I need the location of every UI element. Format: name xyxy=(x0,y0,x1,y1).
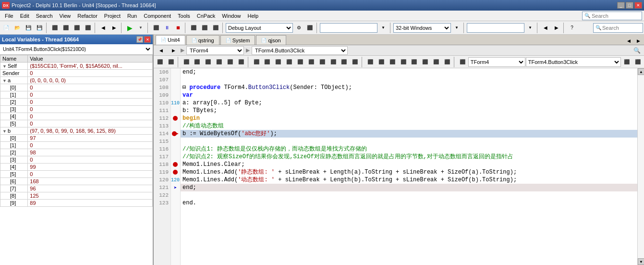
panel-close-button[interactable]: ✕ xyxy=(144,36,151,43)
nav-back[interactable]: ◀ xyxy=(540,23,551,33)
minimize-button[interactable]: _ xyxy=(617,2,625,9)
ed-btn-18[interactable]: ⬛ xyxy=(350,57,360,67)
method-dropdown[interactable]: TForm4.Button3Click xyxy=(526,57,621,67)
save-all-button[interactable]: 💾 xyxy=(34,23,45,33)
sync-down[interactable]: ⬛ xyxy=(632,57,643,67)
ed-btn-19[interactable]: ⬛ xyxy=(365,57,376,67)
tab-qstring[interactable]: 📄 qstring xyxy=(186,35,219,45)
ed-btn-23[interactable]: ⬛ xyxy=(409,57,420,67)
config-dropdown-btn[interactable]: ▼ xyxy=(525,23,535,33)
run-with-dropdown[interactable]: ▼ xyxy=(135,23,146,33)
menu-file[interactable]: File xyxy=(2,11,16,21)
ed-btn-4[interactable]: ⬛ xyxy=(192,57,203,67)
menu-view[interactable]: View xyxy=(57,11,74,21)
ed-btn-21[interactable]: ⬛ xyxy=(387,57,398,67)
breadcrumb-method-select[interactable]: TForm4.Button3Click xyxy=(252,46,348,55)
code-content[interactable]: end; ⊟ procedure TForm4.Button3Click(Sen… xyxy=(181,68,637,265)
config-input[interactable] xyxy=(467,23,524,33)
menu-help[interactable]: Help xyxy=(244,11,261,21)
ed-btn-2[interactable]: ⬛ xyxy=(166,57,176,67)
platform-dropdown-btn[interactable]: ▼ xyxy=(451,23,462,33)
ed-btn-27[interactable]: ⬛ xyxy=(457,57,468,67)
tab-system[interactable]: 📄 System xyxy=(220,35,255,45)
platform-dropdown[interactable]: 32-bit Windows xyxy=(393,23,451,33)
ed-btn-11[interactable]: ⬛ xyxy=(273,57,283,67)
ed-btn-14[interactable]: ⬛ xyxy=(306,57,316,67)
panel-pin-button[interactable]: 📌 xyxy=(136,36,143,43)
ed-btn-9[interactable]: ⬛ xyxy=(251,57,262,67)
table-row[interactable]: ▼Self ($155CE10, 'Form4', 0, $15A5620, n… xyxy=(0,63,153,70)
ed-btn-6[interactable]: ⬛ xyxy=(214,57,224,67)
ed-btn-22[interactable]: ⬛ xyxy=(398,57,409,67)
tab-scroll-right[interactable]: ▶ xyxy=(634,37,642,45)
tab-qjson[interactable]: 📄 qjson xyxy=(256,35,286,45)
tb-btn-4[interactable]: ⬛ xyxy=(83,23,93,33)
menu-project[interactable]: Project xyxy=(101,11,123,21)
menubar-search-input[interactable] xyxy=(592,13,640,19)
close-button[interactable]: ✕ xyxy=(634,2,642,9)
code-editor[interactable]: 106 107 108 109 110 111 112 113 114 115 … xyxy=(154,68,644,265)
run-button[interactable]: ▶ xyxy=(124,23,135,33)
menu-run[interactable]: Run xyxy=(124,11,140,21)
menu-tools[interactable]: Tools xyxy=(175,11,193,21)
ed-btn-8[interactable]: ⬛ xyxy=(236,57,246,67)
menu-refactor[interactable]: Refactor xyxy=(74,11,100,21)
breakpoint-118[interactable] xyxy=(173,162,178,167)
target-input[interactable] xyxy=(320,23,377,33)
restore-button[interactable]: □ xyxy=(626,2,633,9)
layout-dropdown[interactable]: Debug Layout xyxy=(226,23,293,33)
target-dropdown[interactable]: ▼ xyxy=(378,23,389,33)
sync-up[interactable]: ⬛ xyxy=(621,57,632,67)
tb-btn-5[interactable]: ◀ xyxy=(98,23,109,33)
table-row[interactable]: ▼b (97, 0, 98, 0, 99, 0, 168, 96, 125, 8… xyxy=(0,127,153,135)
help-button[interactable]: ? xyxy=(567,23,577,33)
menu-edit[interactable]: Edit xyxy=(17,11,32,21)
table-row[interactable]: Sender 0 xyxy=(0,70,153,77)
menu-window[interactable]: Window xyxy=(219,11,243,21)
save-button[interactable]: 💾 xyxy=(23,23,34,33)
new-button[interactable]: 📄 xyxy=(1,23,12,33)
tb-btn-2[interactable]: ⬛ xyxy=(61,23,71,33)
breadcrumb-search-button[interactable]: 🔍 xyxy=(632,45,642,56)
stop-button[interactable]: ⏹ xyxy=(173,23,183,33)
step-over[interactable]: ⬛ xyxy=(151,23,161,33)
tb-btn-7[interactable]: ⬛ xyxy=(188,23,199,33)
tb-btn-6[interactable]: ▶ xyxy=(109,23,120,33)
ed-btn-1[interactable]: ⬛ xyxy=(155,57,165,67)
breakpoint-112[interactable] xyxy=(173,116,178,121)
breadcrumb-back[interactable]: ◀ xyxy=(156,45,166,56)
ed-btn-17[interactable]: ⬛ xyxy=(339,57,349,67)
layout-btn2[interactable]: ⬛ xyxy=(304,23,315,33)
ed-btn-12[interactable]: ⬛ xyxy=(284,57,294,67)
search-input[interactable] xyxy=(602,25,641,31)
menu-component[interactable]: Component xyxy=(141,11,174,21)
ed-btn-24[interactable]: ⬛ xyxy=(420,57,430,67)
ed-btn-13[interactable]: ⬛ xyxy=(295,57,305,67)
breadcrumb-unit-select[interactable]: TForm4 xyxy=(186,46,244,55)
ed-btn-20[interactable]: ⬛ xyxy=(376,57,387,67)
tb-btn-3[interactable]: ⬛ xyxy=(72,23,82,33)
ed-btn-26[interactable]: ⬛ xyxy=(442,57,452,67)
ed-btn-15[interactable]: ⬛ xyxy=(317,57,328,67)
ed-btn-7[interactable]: ⬛ xyxy=(225,57,235,67)
nav-forward[interactable]: ▶ xyxy=(551,23,562,33)
tab-scroll-left[interactable]: ◀ xyxy=(625,37,632,45)
tb-btn-8[interactable]: ⬛ xyxy=(199,23,210,33)
menu-cnpack[interactable]: CnPack xyxy=(194,11,219,21)
class-dropdown[interactable]: TForm4 xyxy=(468,57,525,67)
ed-btn-3[interactable]: ⬛ xyxy=(181,57,192,67)
open-button[interactable]: 📂 xyxy=(12,23,23,33)
table-row[interactable]: ▼a (0, 0, 0, 0, 0, 0) xyxy=(0,77,153,84)
breadcrumb-forward[interactable]: ▶ xyxy=(168,45,179,56)
ed-btn-5[interactable]: ⬛ xyxy=(203,57,213,67)
tb-btn-9[interactable]: ⬛ xyxy=(210,23,221,33)
ed-btn-10[interactable]: ⬛ xyxy=(262,57,273,67)
tab-unit4[interactable]: 📄 Unit4 xyxy=(156,35,185,45)
editor-scrollbar[interactable]: ▲ ▼ xyxy=(637,68,644,265)
breakpoint-119[interactable] xyxy=(173,170,178,175)
ed-btn-16[interactable]: ⬛ xyxy=(328,57,339,67)
menu-search[interactable]: Search xyxy=(33,11,56,21)
ed-btn-25[interactable]: ⬛ xyxy=(431,57,441,67)
layout-config[interactable]: ⚙ xyxy=(293,23,304,33)
tb-btn-1[interactable]: ⬛ xyxy=(49,23,60,33)
